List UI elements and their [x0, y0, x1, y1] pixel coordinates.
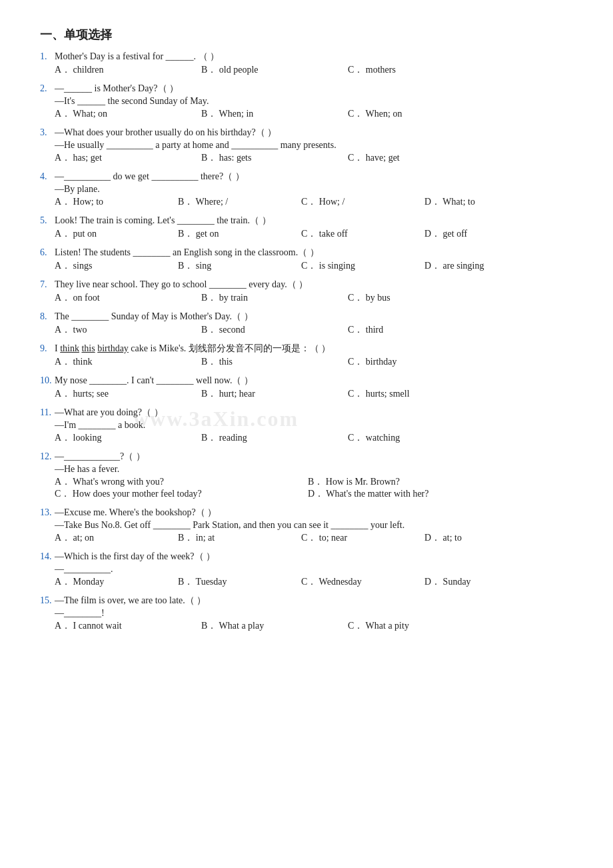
question-number: 8.	[40, 311, 52, 322]
question-number: 2.	[40, 83, 52, 94]
question-number: 11.	[40, 407, 52, 418]
options-line: A． put onB． get onC． take offD． get off	[40, 228, 573, 240]
option: B． What a play	[201, 620, 348, 632]
option: A． children	[55, 64, 201, 76]
question-line: 15.—The film is over, we are too late.（ …	[40, 595, 573, 607]
options-line: A． twoB． secondC． third	[40, 324, 573, 336]
question-line: 3.—What does your brother usually do on …	[40, 127, 573, 139]
section-title: 一、单项选择	[40, 27, 573, 43]
options-line: A． at; onB． in; atC． to; nearD． at; to	[40, 532, 573, 544]
question-block: 11.—What are you doing?（ ）—I'm ________ …	[40, 407, 573, 444]
question-text: Mother's Day is a festival for ______. （…	[55, 51, 573, 63]
sub-line: —__________.	[40, 564, 573, 575]
options-line: A． lookingB． readingC． watching	[40, 432, 573, 444]
question-number: 12.	[40, 451, 52, 462]
option: C． When; on	[348, 108, 494, 120]
question-block: 6.Listen! The students ________ an Engli…	[40, 247, 573, 272]
option: D． get off	[424, 228, 548, 240]
option: C． is singing	[301, 260, 424, 272]
question-line: 10.My nose ________. I can't ________ we…	[40, 375, 573, 387]
option: C． Wednesday	[301, 576, 424, 588]
option: C． have; get	[348, 152, 494, 164]
question-block: 15.—The film is over, we are too late.（ …	[40, 595, 573, 632]
option: C． third	[348, 324, 494, 336]
question-line: 12.—____________?（ ）	[40, 451, 573, 463]
options-line: A． I cannot waitB． What a playC． What a …	[40, 620, 573, 632]
option: D． at; to	[424, 532, 548, 544]
options-line: A． What; onB． When; inC． When; on	[40, 108, 573, 120]
question-text: —What are you doing?（ ）	[55, 407, 573, 419]
option: D． What's the matter with her?	[308, 488, 561, 500]
question-number: 10.	[40, 375, 52, 386]
question-text: —Which is the first day of the week?（ ）	[55, 551, 573, 563]
options-line: A． MondayB． TuesdayC． WednesdayD． Sunday	[40, 576, 573, 588]
option: A． How; to	[55, 196, 178, 208]
option: C． How does your mother feel today?	[55, 488, 308, 500]
option: D． What; to	[424, 196, 548, 208]
question-block: 8.The ________ Sunday of May is Mother's…	[40, 311, 573, 336]
options-line: A． childrenB． old peopleC． mothers	[40, 64, 573, 76]
option: A． think	[55, 356, 201, 368]
question-number: 9.	[40, 343, 52, 354]
question-text: Listen! The students ________ an English…	[55, 247, 573, 259]
option: B． get on	[178, 228, 301, 240]
question-block: 10.My nose ________. I can't ________ we…	[40, 375, 573, 400]
option: B． How is Mr. Brown?	[308, 476, 561, 488]
option: A． looking	[55, 432, 201, 444]
options-line: A． singsB． singC． is singingD． are singi…	[40, 260, 573, 272]
option: B． second	[201, 324, 348, 336]
question-text: They live near school. They go to school…	[55, 279, 573, 291]
options-line: A． hurts; seeB． hurt; hearC． hurts; smel…	[40, 388, 573, 400]
question-text: My nose ________. I can't ________ well …	[55, 375, 573, 387]
question-number: 1.	[40, 51, 52, 62]
option: B． by train	[201, 292, 348, 304]
sub-line: —I'm ________ a book.	[40, 420, 573, 431]
question-block: 9.I think this birthday cake is Mike's. …	[40, 343, 573, 368]
option: B． has: gets	[201, 152, 348, 164]
question-block: 13.—Excuse me. Where's the bookshop?（ ）—…	[40, 507, 573, 544]
question-line: 7.They live near school. They go to scho…	[40, 279, 573, 291]
sub-line: —He has a fever.	[40, 464, 573, 475]
question-text: The ________ Sunday of May is Mother's D…	[55, 311, 573, 323]
question-text: —What does your brother usually do on hi…	[55, 127, 573, 139]
sub-line: —________!	[40, 608, 573, 619]
question-number: 3.	[40, 127, 52, 138]
options-line: A． What's wrong with you?B． How is Mr. B…	[40, 476, 573, 500]
option: C． What a pity	[348, 620, 494, 632]
question-block: 14.—Which is the first day of the week?（…	[40, 551, 573, 588]
question-line: 4.—__________ do we get __________ there…	[40, 171, 573, 183]
option: A． two	[55, 324, 201, 336]
option: B． Tuesday	[178, 576, 301, 588]
option: A． put on	[55, 228, 178, 240]
question-text: —__________ do we get __________ there?（…	[55, 171, 573, 183]
question-line: 9.I think this birthday cake is Mike's. …	[40, 343, 573, 355]
question-text: I think this birthday cake is Mike's. 划线…	[55, 343, 573, 355]
question-line: 8.The ________ Sunday of May is Mother's…	[40, 311, 573, 323]
question-number: 14.	[40, 551, 52, 562]
question-number: 6.	[40, 247, 52, 258]
sub-line: —He usually __________ a party at home a…	[40, 140, 573, 151]
option: C． take off	[301, 228, 424, 240]
option: A． has; get	[55, 152, 201, 164]
question-number: 15.	[40, 595, 52, 606]
sub-line: —By plane.	[40, 184, 573, 195]
option: C． mothers	[348, 64, 494, 76]
question-line: 5.Look! The train is coming. Let's _____…	[40, 215, 573, 227]
option: B． Where; /	[178, 196, 301, 208]
question-block: 5.Look! The train is coming. Let's _____…	[40, 215, 573, 240]
option: C． to; near	[301, 532, 424, 544]
option: C． by bus	[348, 292, 494, 304]
options-line: A． thinkB． thisC． birthday	[40, 356, 573, 368]
option: C． birthday	[348, 356, 494, 368]
option: A． on foot	[55, 292, 201, 304]
question-block: 4.—__________ do we get __________ there…	[40, 171, 573, 208]
option: C． How; /	[301, 196, 424, 208]
question-line: 1.Mother's Day is a festival for ______.…	[40, 51, 573, 63]
options-line: A． has; getB． has: getsC． have; get	[40, 152, 573, 164]
option: B． in; at	[178, 532, 301, 544]
option: B． reading	[201, 432, 348, 444]
option: A． Monday	[55, 576, 178, 588]
question-line: 14.—Which is the first day of the week?（…	[40, 551, 573, 563]
option: D． Sunday	[424, 576, 548, 588]
option: B． old people	[201, 64, 348, 76]
